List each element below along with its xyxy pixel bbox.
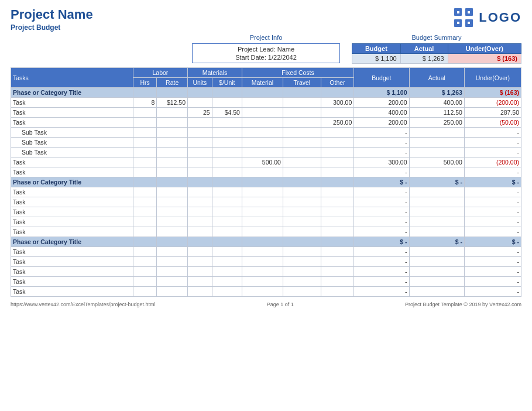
main-table: Tasks Labor Materials Fixed Costs Budget…	[11, 67, 521, 297]
bs-actual-value: $ 1,263	[400, 54, 448, 64]
project-start-label: Start Date:	[235, 54, 266, 61]
phase-title: Phase or Category Title	[11, 88, 133, 98]
budget-summary-title: Budget Summary	[352, 34, 521, 41]
task-row: Task - -	[11, 187, 521, 197]
task-name: Task	[11, 197, 133, 207]
task-name: Task	[11, 257, 133, 267]
task-name: Task	[11, 277, 133, 287]
task-row: Task 500.00 300.00 500.00 (200.00)	[11, 157, 521, 167]
col-rate-header: Rate	[157, 78, 188, 88]
task-row: Task 250.00 200.00 250.00 (50.00)	[11, 118, 521, 128]
task-name: Task	[11, 118, 133, 128]
project-info-title: Project Info	[192, 34, 340, 41]
task-row: Task - -	[11, 247, 521, 257]
task-row: Sub Task - -	[11, 138, 521, 148]
project-name: Project Name	[11, 7, 93, 22]
budget-summary-section: Budget Summary Budget Actual Under(Over)…	[352, 34, 521, 64]
col-units-header: Units	[188, 78, 212, 88]
task-row: Task - -	[11, 197, 521, 207]
fixed-costs-header: Fixed Costs	[242, 68, 353, 78]
phase-actual: $ -	[409, 177, 464, 187]
task-name: Sub Task	[11, 128, 133, 138]
logo-icon	[453, 7, 474, 28]
phase-underover: $ -	[464, 177, 521, 187]
logo-area: LOGO	[453, 7, 521, 28]
phase-actual: $ -	[409, 237, 464, 247]
task-name: Task	[11, 247, 133, 257]
task-row: Task - -	[11, 227, 521, 237]
task-row: Task 25 $4.50 400.00 112.50 287.50	[11, 108, 521, 118]
logo-text: LOGO	[479, 10, 521, 25]
task-row: Task - -	[11, 267, 521, 277]
project-info-section: Project Info Project Lead: Name Start Da…	[192, 34, 340, 63]
phase-row: Phase or Category Title $ - $ - $ -	[11, 237, 521, 247]
bs-header-actual: Actual	[400, 44, 448, 54]
project-header-left: Project Name Project Budget	[11, 7, 93, 32]
footer-right: Project Budget Template © 2019 by Vertex…	[405, 302, 521, 307]
task-name: Task	[11, 267, 133, 277]
task-row: Sub Task - -	[11, 128, 521, 138]
project-lead-label: Project Lead:	[238, 46, 276, 53]
phase-title: Phase or Category Title	[11, 237, 133, 247]
budget-summary-table: Budget Actual Under(Over) $ 1,100 $ 1,26…	[352, 43, 521, 64]
svg-rect-5	[468, 11, 470, 13]
bs-header-underover: Under(Over)	[448, 44, 521, 54]
task-name: Task	[11, 207, 133, 217]
phase-row: Phase or Category Title $ 1,100 $ 1,263 …	[11, 88, 521, 98]
project-info-box: Project Lead: Name Start Date: 1/22/2042	[192, 43, 340, 63]
task-row: Task - -	[11, 277, 521, 287]
task-row: Task - -	[11, 287, 521, 297]
phase-title: Phase or Category Title	[11, 177, 133, 187]
bs-underover-value: $ (163)	[448, 54, 521, 64]
project-start-value: 1/22/2042	[268, 54, 297, 61]
phase-budget: $ -	[354, 237, 409, 247]
task-name: Task	[11, 108, 133, 118]
labor-header: Labor	[133, 68, 187, 78]
footer-center: Page 1 of 1	[267, 302, 294, 307]
task-row: Task - -	[11, 217, 521, 227]
task-row: Task - -	[11, 207, 521, 217]
col-material-header: Material	[242, 78, 283, 88]
phase-budget: $ -	[354, 177, 409, 187]
task-name: Task	[11, 217, 133, 227]
svg-rect-7	[468, 22, 470, 24]
col-underover-header: Under(Over)	[464, 68, 521, 88]
project-start-row: Start Date: 1/22/2042	[197, 53, 335, 61]
task-name: Task	[11, 98, 133, 108]
task-row: Task - -	[11, 257, 521, 267]
task-name: Task	[11, 167, 133, 177]
task-name: Task	[11, 187, 133, 197]
svg-rect-4	[457, 11, 459, 13]
svg-rect-6	[457, 22, 459, 24]
task-name: Sub Task	[11, 148, 133, 157]
phase-actual: $ 1,263	[409, 88, 464, 98]
project-lead-value: Name	[277, 46, 294, 53]
col-actual-header: Actual	[409, 68, 464, 88]
materials-header: Materials	[188, 68, 242, 78]
task-row: Sub Task - -	[11, 148, 521, 157]
page: Project Name Project Budget LOGO Project…	[0, 0, 532, 411]
col-hrs-header: Hrs	[133, 78, 156, 88]
task-name: Task	[11, 227, 133, 237]
task-name: Task	[11, 157, 133, 167]
col-travel-header: Travel	[283, 78, 321, 88]
project-lead-row: Project Lead: Name	[197, 45, 335, 53]
phase-budget: $ 1,100	[354, 88, 409, 98]
header: Project Name Project Budget LOGO	[11, 7, 521, 32]
task-name: Sub Task	[11, 138, 133, 148]
bs-header-budget: Budget	[352, 44, 401, 54]
col-other-header: Other	[321, 78, 354, 88]
phase-underover: $ -	[464, 237, 521, 247]
task-name: Task	[11, 287, 133, 297]
col-tasks-header: Tasks	[11, 68, 133, 88]
project-budget-label: Project Budget	[11, 23, 93, 32]
bs-budget-value: $ 1,100	[352, 54, 401, 64]
task-row: Task 8 $12.50 300.00 200.00 400.00 (200.…	[11, 98, 521, 108]
footer-left: https://www.vertex42.com/ExcelTemplates/…	[11, 302, 156, 307]
phase-row: Phase or Category Title $ - $ - $ -	[11, 177, 521, 187]
col-sunit-header: $/Unit	[212, 78, 242, 88]
phase-underover: $ (163)	[464, 88, 521, 98]
col-budget-header: Budget	[354, 68, 409, 88]
footer: https://www.vertex42.com/ExcelTemplates/…	[11, 302, 521, 307]
task-row: Task - -	[11, 167, 521, 177]
